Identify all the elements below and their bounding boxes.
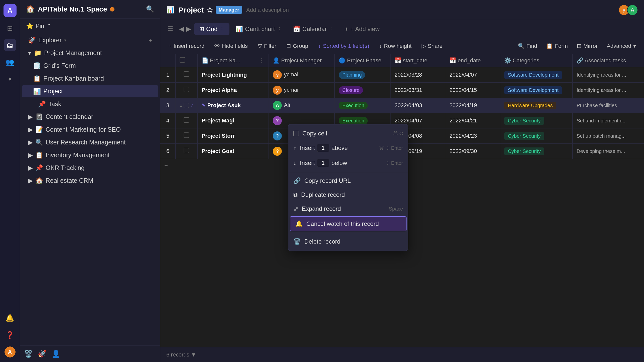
add-view-button[interactable]: + + Add view — [340, 23, 384, 35]
row-checkbox-cell[interactable] — [175, 83, 197, 98]
group-button[interactable]: ⊟ Group — [282, 41, 312, 51]
row-checkbox-cell[interactable]: ⠿ ⤢ — [175, 98, 197, 113]
context-menu-expand[interactable]: ⤢ Expand record Space — [288, 202, 408, 216]
row-checkbox[interactable] — [184, 132, 189, 138]
row-checkbox-cell[interactable] — [175, 144, 197, 159]
project-name-cell[interactable]: Project Goat — [197, 144, 269, 159]
context-menu-copy-cell[interactable]: Copy cell ⌘ C — [288, 126, 408, 140]
project-name-cell[interactable]: Project Alpha — [197, 83, 269, 98]
row-checkbox-cell[interactable] — [175, 113, 197, 128]
header-checkbox[interactable] — [180, 57, 185, 63]
records-dropdown-icon[interactable]: ▼ — [191, 351, 196, 358]
add-icon[interactable]: + — [149, 37, 152, 44]
phase-col-icon: 🔵 — [339, 57, 345, 64]
col-checkbox[interactable] — [175, 54, 197, 67]
sidebar-item-project[interactable]: 📊 Project — [22, 85, 158, 97]
sidebar-item-okr[interactable]: ▶ 📌 OKR Tracking — [22, 162, 158, 174]
context-menu-delete[interactable]: 🗑️ Delete record — [288, 235, 408, 249]
end-date-cell: 2022/04/07 — [445, 67, 500, 83]
calendar-more-icon[interactable]: ⋮ — [329, 26, 334, 32]
nav-icon-explorer[interactable]: 🗂 — [4, 39, 16, 51]
duplicate-icon: ⧉ — [293, 191, 298, 198]
back-icon[interactable]: ◀ — [179, 25, 184, 33]
sort-button[interactable]: ↕ Sorted by 1 field(s) — [314, 41, 373, 51]
row-checkbox[interactable] — [184, 71, 189, 77]
row-checkbox-cell[interactable] — [175, 128, 197, 144]
filter-icon: ▽ — [258, 43, 262, 49]
sidebar: 🏠 APITable No.1 Space 🔍 ⭐ Pin ⌃ 🚀 Explor… — [20, 0, 160, 362]
sidebar-item-real-estate[interactable]: ▶ 🏠 Real estate CRM — [22, 174, 158, 187]
hide-fields-button[interactable]: 👁 Hide fields — [210, 41, 252, 51]
description-text[interactable]: Add a description — [246, 7, 289, 13]
context-menu-copy-url[interactable]: 🔗 Copy record URL — [288, 174, 408, 188]
col-associated-tasks[interactable]: 🔗 Associated tasks — [573, 54, 644, 67]
sidebar-item-user-research[interactable]: ▶ 🔍 User Research Management — [22, 136, 158, 148]
row-height-button[interactable]: ↕ Row height — [375, 41, 416, 51]
nav-icon-user[interactable]: A — [4, 346, 16, 358]
sidebar-explorer-header[interactable]: 🚀 Explorer ▾ + — [22, 34, 158, 46]
find-button[interactable]: 🔍 Find — [514, 41, 541, 51]
sidebar-item-label: User Research Management — [46, 139, 126, 146]
mirror-button[interactable]: ⊞ Mirror — [573, 41, 602, 51]
sidebar-item-task[interactable]: 📌 Task — [22, 98, 158, 110]
sidebar-item-project-management[interactable]: ▾ 📁 Project Management — [22, 47, 158, 59]
search-icon[interactable]: 🔍 — [146, 5, 154, 13]
row-checkbox[interactable] — [184, 117, 189, 123]
advanced-button[interactable]: Advanced ▾ — [603, 41, 640, 51]
col-phase[interactable]: 🔵 Project Phase — [335, 54, 391, 67]
context-menu-insert-above[interactable]: ↑ Insert 1 above ⌘ ⇧ Enter — [288, 140, 408, 155]
rocket-icon[interactable]: 🚀 — [38, 350, 47, 358]
context-menu-insert-below[interactable]: ↓ Insert 1 below ⇧ Enter — [288, 155, 408, 170]
col-more-icon[interactable]: ⋮ — [259, 57, 265, 64]
insert-below-count[interactable]: 1 — [317, 159, 329, 167]
user-add-icon[interactable]: 👤 — [52, 350, 60, 358]
sidebar-item-kanban[interactable]: 📋 Project Kanban board — [22, 72, 158, 85]
form-button[interactable]: 📋 Form — [542, 41, 572, 51]
category-cell: Software Development — [500, 83, 573, 98]
share-button[interactable]: ▷ Share — [418, 41, 447, 51]
col-start-date[interactable]: 📅 start_date — [391, 54, 445, 67]
nav-icon-notifications[interactable]: 🔔 — [4, 312, 16, 324]
col-end-date[interactable]: 📅 end_date — [445, 54, 500, 67]
sidebar-item-grids-form[interactable]: 🗒️ Grid's Form — [22, 60, 158, 72]
context-menu-cancel-watch[interactable]: 🔔 Cancel watch of this record — [290, 216, 407, 231]
row-checkbox[interactable] — [184, 148, 189, 153]
pin-row: ⭐ Pin ⌃ — [20, 19, 160, 32]
project-name-cell[interactable]: Project Lightning — [197, 67, 269, 83]
grid-more-icon[interactable]: ⋮ — [219, 26, 224, 32]
tab-gantt[interactable]: 📊 Gantt chart ⋮ — [230, 23, 287, 35]
project-name-cell[interactable]: ✎ Project Asuk — [197, 98, 269, 113]
app-logo[interactable]: A — [4, 4, 17, 17]
col-categories[interactable]: ⚙️ Categories — [500, 54, 573, 67]
nav-icon-activity[interactable]: ✦ — [4, 73, 16, 85]
forward-icon[interactable]: ▶ — [186, 25, 191, 33]
sidebar-toggle-icon[interactable]: ☰ — [164, 25, 176, 33]
gantt-more-icon[interactable]: ⋮ — [277, 26, 282, 32]
insert-above-count[interactable]: 1 — [317, 144, 329, 152]
trash-icon[interactable]: 🗑️ — [24, 350, 33, 358]
pin-chevron-icon: ⌃ — [46, 23, 51, 30]
nav-icon-help[interactable]: ❓ — [4, 329, 16, 341]
tab-grid[interactable]: ⊞ Grid ⋮ — [194, 23, 229, 35]
project-name-cell[interactable]: Project Magi — [197, 113, 269, 128]
gantt-icon: 📊 — [235, 26, 243, 33]
expand-row-icon[interactable]: ⤢ — [190, 103, 193, 108]
tab-calendar[interactable]: 📅 Calendar ⋮ — [288, 23, 339, 35]
row-checkbox[interactable] — [184, 103, 189, 108]
end-date-cell: 2022/04/21 — [445, 113, 500, 128]
sidebar-item-inventory[interactable]: ▶ 📋 Inventory Management — [22, 149, 158, 161]
toolbar: + Insert record 👁 Hide fields ▽ Filter ⊟… — [160, 38, 644, 54]
filter-button[interactable]: ▽ Filter — [254, 41, 280, 51]
star-icon[interactable]: ☆ — [206, 6, 213, 14]
nav-icon-people[interactable]: 👥 — [4, 56, 16, 68]
sidebar-item-content-marketing[interactable]: ▶ 📝 Content Marketing for SEO — [22, 123, 158, 136]
context-menu-duplicate[interactable]: ⧉ Duplicate record — [288, 188, 408, 202]
project-name-cell[interactable]: Project Storr — [197, 128, 269, 144]
insert-record-button[interactable]: + Insert record — [164, 41, 208, 51]
col-project-name[interactable]: 📄 Project Na... ⋮ — [197, 54, 269, 67]
sidebar-item-content-calendar[interactable]: ▶ 📓 Content calendar — [22, 111, 158, 123]
row-checkbox-cell[interactable] — [175, 67, 197, 83]
nav-icon-home[interactable]: ⊞ — [4, 22, 16, 34]
col-manager[interactable]: 👤 Project Manager — [269, 54, 335, 67]
row-checkbox[interactable] — [184, 87, 189, 92]
